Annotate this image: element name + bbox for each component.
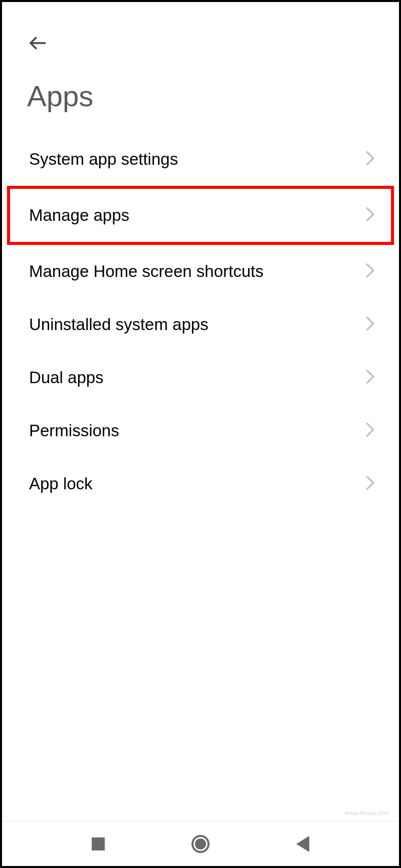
list-item-uninstalled-system-apps[interactable]: Uninstalled system apps — [2, 298, 399, 351]
arrow-left-icon — [28, 33, 48, 53]
list-item-app-lock[interactable]: App lock — [2, 457, 399, 510]
nav-home-button[interactable] — [190, 834, 211, 854]
chevron-right-icon — [365, 368, 375, 387]
navigation-bar — [2, 821, 399, 866]
nav-back-button[interactable] — [293, 834, 313, 854]
chevron-right-icon — [365, 421, 375, 440]
settings-list: System app settings Manage apps Manage H… — [2, 133, 399, 510]
square-icon — [92, 837, 105, 850]
chevron-right-icon — [365, 474, 375, 493]
list-item-label: Dual apps — [29, 368, 104, 387]
chevron-right-icon — [365, 206, 375, 225]
list-item-manage-home-shortcuts[interactable]: Manage Home screen shortcuts — [2, 245, 399, 298]
list-item-manage-apps[interactable]: Manage apps — [7, 186, 394, 245]
circle-icon — [191, 835, 210, 853]
list-item-label: Manage Home screen shortcuts — [29, 262, 264, 281]
list-item-permissions[interactable]: Permissions — [2, 404, 399, 457]
list-item-label: Permissions — [29, 421, 119, 440]
list-item-label: App lock — [29, 474, 93, 493]
page-title: Apps — [2, 64, 399, 133]
list-item-system-app-settings[interactable]: System app settings — [2, 133, 399, 186]
back-button[interactable] — [27, 32, 49, 54]
header — [2, 2, 399, 64]
nav-recent-button[interactable] — [88, 834, 108, 854]
triangle-left-icon — [296, 836, 309, 852]
chevron-right-icon — [365, 262, 375, 281]
watermark: www.deuaq.com — [345, 810, 389, 816]
chevron-right-icon — [365, 315, 375, 334]
list-item-dual-apps[interactable]: Dual apps — [2, 351, 399, 404]
list-item-label: Uninstalled system apps — [29, 315, 209, 334]
list-item-label: System app settings — [29, 150, 178, 169]
list-item-label: Manage apps — [29, 206, 129, 225]
chevron-right-icon — [365, 150, 375, 169]
